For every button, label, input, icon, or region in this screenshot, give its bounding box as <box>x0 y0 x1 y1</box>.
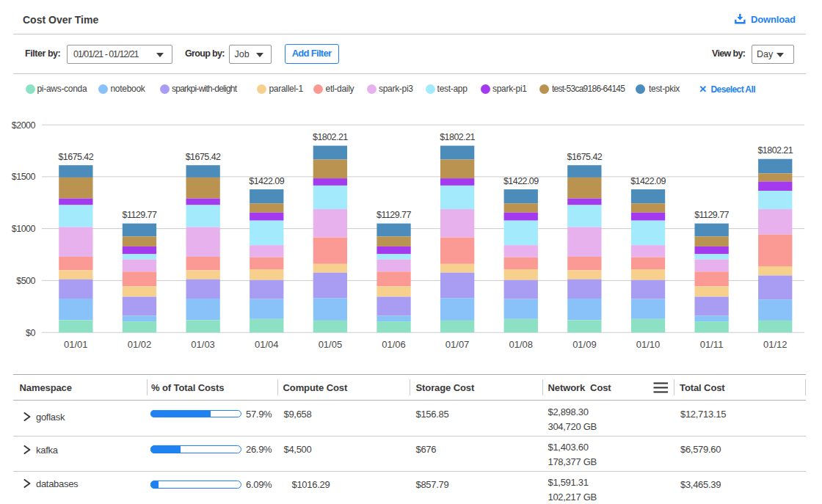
svg-text:$1129.77: $1129.77 <box>694 210 729 220</box>
svg-text:$1422.09: $1422.09 <box>630 176 666 186</box>
svg-text:$1422.09: $1422.09 <box>249 176 284 186</box>
svg-text:01/11: 01/11 <box>700 339 724 350</box>
svg-text:$1675.42: $1675.42 <box>567 152 603 162</box>
svg-text:$500: $500 <box>16 276 35 286</box>
svg-text:01/08: 01/08 <box>509 339 534 350</box>
svg-text:01/02: 01/02 <box>128 339 152 350</box>
svg-text:$1802.21: $1802.21 <box>313 132 348 142</box>
svg-text:01/10: 01/10 <box>636 339 661 350</box>
svg-text:$1129.77: $1129.77 <box>377 210 411 220</box>
svg-text:01/06: 01/06 <box>382 339 406 350</box>
svg-text:$2000: $2000 <box>12 120 36 131</box>
svg-text:$1675.42: $1675.42 <box>186 152 221 162</box>
svg-text:$1000: $1000 <box>12 224 36 234</box>
svg-text:01/09: 01/09 <box>572 339 597 350</box>
svg-text:01/12: 01/12 <box>763 339 788 350</box>
svg-text:$1802.21: $1802.21 <box>440 132 475 142</box>
svg-text:$1675.42: $1675.42 <box>58 152 93 162</box>
svg-text:01/04: 01/04 <box>255 339 279 350</box>
svg-text:$1129.77: $1129.77 <box>123 210 157 220</box>
svg-text:$1422.09: $1422.09 <box>503 176 539 186</box>
svg-text:$0: $0 <box>26 328 35 338</box>
svg-text:01/05: 01/05 <box>319 339 343 350</box>
svg-text:$1802.21: $1802.21 <box>757 145 793 156</box>
svg-text:01/01: 01/01 <box>64 339 88 350</box>
svg-text:$1500: $1500 <box>12 172 36 182</box>
svg-text:01/07: 01/07 <box>445 339 470 350</box>
svg-text:01/03: 01/03 <box>191 339 215 350</box>
